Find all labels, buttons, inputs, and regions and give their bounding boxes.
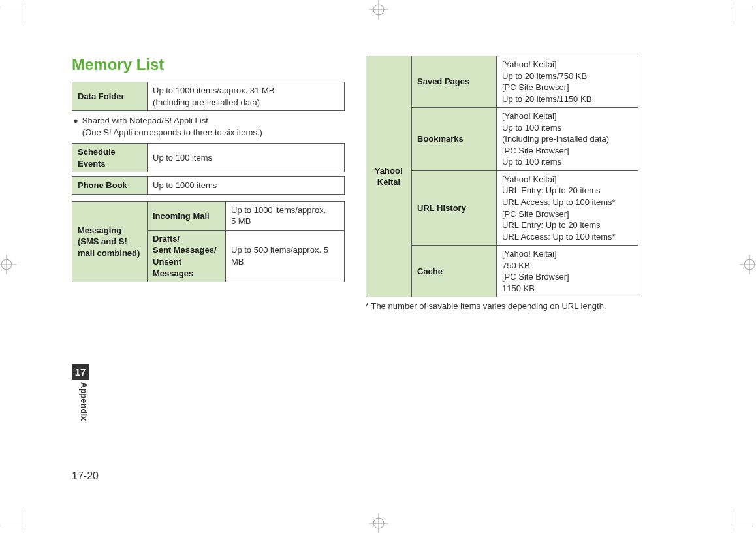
url-footnote: * The number of savable items varies dep…: [366, 301, 638, 311]
crop-mark: [733, 7, 753, 7]
crop-mark: [24, 3, 24, 23]
note-line1: Shared with Notepad/S! Appli List: [82, 116, 208, 125]
crop-mark: [24, 510, 24, 530]
messaging-table: Messaging (SMS and S! mail combined) Inc…: [72, 201, 345, 282]
crop-mark: [732, 510, 732, 530]
page-number: 17-20: [72, 470, 99, 482]
crop-mark: [3, 526, 23, 526]
page-title: Memory List: [72, 56, 345, 74]
left-column: Memory List Data Folder Up to 1000 items…: [72, 56, 345, 311]
yahoo-keitai-table: Yahoo! Keitai Saved Pages [Yahoo! Keitai…: [366, 56, 638, 297]
schedule-value: Up to 100 items: [148, 144, 345, 172]
registration-mark-icon: [740, 255, 756, 274]
incoming-mail-value: Up to 1000 items/approx. 5 MB: [226, 201, 345, 230]
url-history-label: URL History: [412, 170, 497, 245]
registration-mark-icon: [369, 0, 388, 20]
schedule-table: Schedule Events Up to 100 items: [72, 143, 345, 172]
drafts-label: Drafts/ Sent Messages/ Unsent Messages: [148, 230, 226, 282]
registration-mark-icon: [0, 255, 16, 274]
incoming-mail-label: Incoming Mail: [148, 201, 226, 230]
registration-mark-icon: [369, 513, 388, 533]
chapter-number: 17: [72, 364, 89, 380]
schedule-label: Schedule Events: [72, 144, 148, 172]
crop-mark: [3, 7, 23, 7]
data-folder-table: Data Folder Up to 1000 items/approx. 31 …: [72, 82, 345, 111]
right-column: Yahoo! Keitai Saved Pages [Yahoo! Keitai…: [366, 56, 638, 311]
drafts-value: Up to 500 items/approx. 5 MB: [226, 230, 345, 282]
phonebook-label: Phone Book: [72, 177, 148, 195]
chapter-tab: 17 Appendix: [72, 364, 89, 421]
bullet-icon: ●: [73, 115, 78, 138]
cache-value: [Yahoo! Keitai] 750 KB [PC Site Browser]…: [497, 246, 638, 297]
data-folder-label: Data Folder: [72, 82, 148, 111]
data-folder-value: Up to 1000 items/approx. 31 MB (Includin…: [148, 82, 345, 111]
saved-pages-label: Saved Pages: [412, 56, 497, 108]
messaging-group-label: Messaging (SMS and S! mail combined): [72, 201, 148, 282]
yahoo-group-label: Yahoo! Keitai: [366, 56, 412, 297]
cache-label: Cache: [412, 246, 497, 297]
saved-pages-value: [Yahoo! Keitai] Up to 20 items/750 KB [P…: [497, 56, 638, 108]
note-line2: (One S! Appli corresponds to three to si…: [82, 127, 262, 137]
crop-mark: [732, 3, 732, 23]
crop-mark: [733, 526, 753, 526]
url-history-value: [Yahoo! Keitai] URL Entry: Up to 20 item…: [497, 170, 638, 245]
shared-note: ● Shared with Notepad/S! Appli List (One…: [73, 115, 345, 138]
phonebook-value: Up to 1000 items: [148, 177, 345, 195]
bookmarks-label: Bookmarks: [412, 108, 497, 171]
phonebook-table: Phone Book Up to 1000 items: [72, 176, 345, 195]
chapter-label: Appendix: [72, 382, 89, 421]
bookmarks-value: [Yahoo! Keitai] Up to 100 items (Includi…: [497, 108, 638, 171]
